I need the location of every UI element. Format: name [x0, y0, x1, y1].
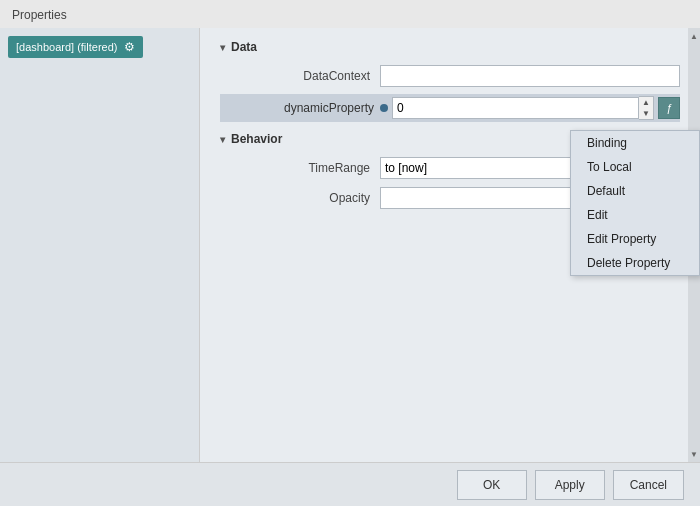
context-menu-item-binding[interactable]: Binding — [571, 131, 699, 155]
data-section-label: Data — [231, 40, 257, 54]
gear-icon[interactable]: ⚙ — [124, 40, 135, 54]
datacontext-input[interactable] — [380, 65, 680, 87]
dynamic-property-input[interactable] — [392, 97, 639, 119]
right-panel: ▾ Data DataContext dynamicProperty ▲ ▼ — [200, 28, 700, 462]
data-chevron-icon[interactable]: ▾ — [220, 42, 225, 53]
badge-label: [dashboard] (filtered) — [16, 41, 118, 53]
datacontext-row: DataContext — [220, 64, 680, 88]
behavior-section-label: Behavior — [231, 132, 282, 146]
dialog-body: [dashboard] (filtered) ⚙ ▾ Data DataCont… — [0, 28, 700, 462]
context-menu-item-deleteproperty[interactable]: Delete Property — [571, 251, 699, 275]
dot-indicator — [380, 104, 388, 112]
spin-down-button[interactable]: ▼ — [639, 108, 653, 119]
ok-button[interactable]: OK — [457, 470, 527, 500]
left-panel: [dashboard] (filtered) ⚙ — [0, 28, 200, 462]
data-section-header: ▾ Data — [220, 40, 680, 54]
context-menu-item-default[interactable]: Default — [571, 179, 699, 203]
context-menu-item-tolocal[interactable]: To Local — [571, 155, 699, 179]
dialog-title: Properties — [0, 0, 700, 28]
fx-button[interactable]: ƒ — [658, 97, 680, 119]
spin-buttons: ▲ ▼ — [639, 96, 654, 120]
behavior-chevron-icon[interactable]: ▾ — [220, 134, 225, 145]
context-menu-item-editproperty[interactable]: Edit Property — [571, 227, 699, 251]
datacontext-label: DataContext — [220, 69, 380, 83]
timerange-label: TimeRange — [220, 161, 380, 175]
scroll-up-button[interactable]: ▲ — [688, 28, 700, 44]
dynamic-property-label: dynamicProperty — [220, 101, 380, 115]
apply-button[interactable]: Apply — [535, 470, 605, 500]
spin-input-wrapper: ▲ ▼ ƒ — [392, 96, 680, 120]
dynamic-property-row: dynamicProperty ▲ ▼ ƒ — [220, 94, 680, 122]
spin-up-button[interactable]: ▲ — [639, 97, 653, 108]
opacity-label: Opacity — [220, 191, 380, 205]
dialog-footer: OK Apply Cancel — [0, 462, 700, 506]
context-menu-item-edit[interactable]: Edit — [571, 203, 699, 227]
scroll-down-button[interactable]: ▼ — [688, 446, 700, 462]
dashboard-badge[interactable]: [dashboard] (filtered) ⚙ — [8, 36, 143, 58]
properties-dialog: Properties [dashboard] (filtered) ⚙ ▾ Da… — [0, 0, 700, 506]
cancel-button[interactable]: Cancel — [613, 470, 684, 500]
context-menu: Binding To Local Default Edit Edit Prope… — [570, 130, 700, 276]
